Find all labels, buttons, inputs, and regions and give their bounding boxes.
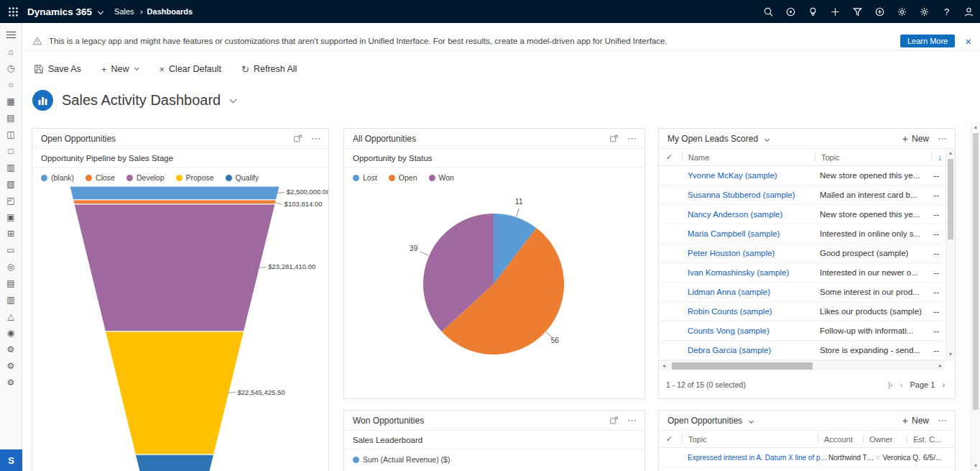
filter-button[interactable] [846, 0, 869, 23]
more-commands-button[interactable]: ⋯ [311, 134, 321, 143]
sidebar-item-goals[interactable]: ◉ [0, 324, 22, 341]
sidebar-item-settings-c[interactable]: ⚙ [0, 374, 22, 390]
sidebar-item-leads[interactable]: ▥ [0, 159, 22, 175]
sidebar-item-invoices[interactable]: ▭ [0, 242, 22, 258]
leads-table-row[interactable]: Debra Garcia (sample)Store is expanding … [659, 341, 955, 360]
sidebar-item-quotes[interactable]: ▣ [0, 209, 22, 225]
more-commands-button[interactable]: ⋯ [938, 416, 948, 425]
column-header-account[interactable]: Account [818, 435, 863, 444]
sidebar-item-accounts[interactable]: ◫ [0, 126, 22, 142]
column-header-est-close[interactable]: Est. C... [907, 435, 955, 444]
page-vertical-scrollbar[interactable]: ▲ ▼ [971, 122, 980, 471]
lead-name-link[interactable]: Robin Counts (sample) [688, 307, 820, 316]
sidebar-item-opportunities[interactable]: ▧ [0, 175, 22, 192]
leads-table-row[interactable]: Lidman Anna (sample)Some interest in our… [659, 283, 955, 302]
app-switcher-chevron-icon[interactable] [98, 5, 103, 18]
leads-table-row[interactable]: Maria Campbell (sample)Interested in onl… [659, 224, 955, 244]
guided-help-button[interactable] [780, 0, 802, 23]
vertical-scrollbar[interactable]: ▲ ▼ [946, 149, 955, 359]
popout-button[interactable] [609, 416, 619, 425]
sidebar-item-sales-literature[interactable]: ▤ [0, 275, 22, 291]
column-header-name[interactable]: Name [683, 153, 815, 162]
advanced-settings-button[interactable] [891, 0, 913, 23]
column-header-topic[interactable]: Topic [815, 153, 931, 162]
account-button[interactable] [958, 0, 980, 23]
sidebar-item-activities[interactable]: ▤ [0, 109, 22, 126]
banner-close-icon[interactable]: × [965, 36, 971, 47]
view-selector-chevron-icon[interactable] [749, 414, 753, 427]
sales-app-tile[interactable]: S [0, 449, 22, 471]
scroll-up-icon[interactable]: ▲ [971, 123, 980, 132]
view-selector-chevron-icon[interactable] [765, 132, 769, 145]
sidebar-item-competitors[interactable]: ◰ [0, 192, 22, 209]
leads-table-row[interactable]: Counts Vong (sample)Follow-up with infor… [659, 321, 955, 341]
quick-create-button[interactable] [824, 0, 846, 23]
sidebar-item-menu[interactable] [0, 27, 22, 43]
column-header-topic[interactable]: Topic [683, 435, 818, 444]
sidebar-item-campaigns[interactable]: △ [0, 308, 22, 324]
app-title[interactable]: Dynamics 365 [27, 6, 92, 17]
horizontal-scrollbar[interactable]: ◄ ► [659, 360, 946, 370]
more-commands-button[interactable]: ⋯ [627, 416, 637, 425]
lead-name-link[interactable]: Susanna Stubberod (sample) [688, 191, 820, 199]
leads-table-row[interactable]: Yvonne McKay (sample)New store opened th… [659, 166, 955, 186]
opportunity-topic-link[interactable]: Expressed interest in A. Datum X line of… [688, 454, 828, 462]
add-button[interactable] [869, 0, 891, 23]
new-button[interactable]: + New [101, 64, 139, 74]
save-as-button[interactable]: Save As [34, 64, 81, 74]
sidebar-item-settings-a[interactable]: ⚙ [0, 341, 22, 357]
leads-table-row[interactable]: Robin Counts (sample)Likes our products … [659, 302, 955, 321]
opps-table-row[interactable]: Expressed interest in A. Datum X line of… [659, 448, 955, 467]
vertical-scrollbar-thumb[interactable] [948, 159, 953, 239]
clear-default-button[interactable]: × Clear Default [159, 64, 221, 74]
sidebar-item-recent[interactable]: ◷ [0, 60, 22, 76]
leads-table-row[interactable]: Peter Houston (sample)Good prospect (sam… [659, 244, 955, 263]
popout-button[interactable] [293, 134, 302, 143]
search-button[interactable] [757, 0, 780, 23]
leads-table-row[interactable]: Susanna Stubberod (sample)Mailed an inte… [659, 186, 955, 205]
dashboard-selector-chevron-icon[interactable] [231, 93, 236, 106]
sidebar-item-home[interactable]: ⌂ [0, 43, 22, 60]
breadcrumb-dashboards[interactable]: Dashboards [147, 7, 193, 16]
horizontal-scrollbar-thumb[interactable] [672, 362, 813, 370]
more-commands-button[interactable]: ⋯ [938, 134, 948, 143]
lead-name-link[interactable]: Ivan Komashinsky (sample) [688, 268, 820, 277]
next-page-icon[interactable]: › [942, 380, 945, 389]
new-record-button[interactable]: + New [902, 134, 929, 144]
app-launcher-button[interactable] [0, 0, 26, 23]
lead-name-link[interactable]: Counts Vong (sample) [688, 326, 820, 335]
popout-button[interactable] [609, 134, 619, 143]
leads-table-row[interactable]: Ivan Komashinsky (sample)Interested in o… [659, 263, 955, 283]
lead-name-link[interactable]: Lidman Anna (sample) [688, 288, 820, 296]
sidebar-item-pinned[interactable]: ○ [0, 76, 22, 93]
more-commands-button[interactable]: ⋯ [627, 134, 637, 143]
column-header-owner[interactable]: Owner [864, 435, 907, 444]
sort-descending-icon[interactable]: ↓ [938, 152, 942, 163]
sidebar-item-marketing-lists[interactable]: ▥ [0, 291, 22, 308]
first-page-icon[interactable]: |‹ [888, 380, 893, 389]
lead-name-link[interactable]: Maria Campbell (sample) [688, 229, 820, 238]
refresh-all-button[interactable]: ↻ Refresh All [241, 64, 297, 74]
lead-name-link[interactable]: Peter Houston (sample) [688, 249, 820, 257]
previous-page-icon[interactable]: ‹ [900, 380, 903, 389]
scroll-left-icon[interactable]: ◄ [659, 361, 669, 370]
sidebar-item-products[interactable]: ◎ [0, 258, 22, 275]
scroll-up-icon[interactable]: ▲ [946, 149, 955, 157]
select-all-checkmark-icon[interactable]: ✓ [666, 152, 682, 162]
scroll-down-icon[interactable]: ▼ [971, 462, 980, 470]
insights-button[interactable] [802, 0, 824, 23]
page-scrollbar-thumb[interactable] [973, 133, 979, 410]
learn-more-button[interactable]: Learn More [900, 35, 955, 47]
leads-table-row[interactable]: Nancy Anderson (sample)New store opened … [659, 205, 955, 224]
scroll-down-icon[interactable]: ▼ [946, 350, 955, 359]
lead-name-link[interactable]: Nancy Anderson (sample) [688, 210, 820, 219]
lead-name-link[interactable]: Debra Garcia (sample) [688, 346, 820, 355]
lead-name-link[interactable]: Yvonne McKay (sample) [688, 171, 820, 180]
breadcrumb-sales[interactable]: Sales [114, 7, 134, 16]
sidebar-item-orders[interactable]: ⊞ [0, 225, 22, 242]
new-record-button[interactable]: + New [902, 416, 929, 426]
scroll-right-icon[interactable]: ► [935, 361, 946, 370]
sidebar-item-contacts[interactable]: □ [0, 142, 22, 159]
settings-button[interactable] [913, 0, 935, 23]
sidebar-item-settings-b[interactable]: ⚙ [0, 357, 22, 374]
